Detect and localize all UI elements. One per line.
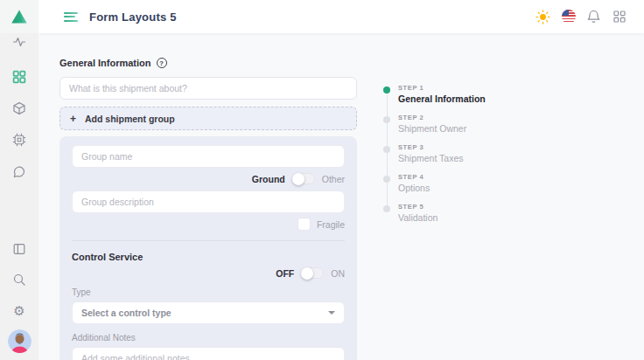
sun-icon [536,10,550,24]
step-label: STEP 2 [398,114,576,121]
sidebar-item-messages[interactable] [0,163,38,181]
step-label: STEP 4 [398,173,576,181]
sidebar-item-search[interactable] [0,271,38,288]
type-label: Type [72,287,345,297]
sidebar-item-settings[interactable]: ⚙ [0,301,38,319]
app-logo[interactable] [0,0,38,33]
step-label: STEP 1 [398,84,576,92]
help-icon[interactable]: ? [157,58,167,68]
toggle-on-label: ON [331,268,345,279]
step-dot [383,205,390,212]
stepper-step-5[interactable]: STEP 5 Validation [383,203,576,223]
shipment-group-card: Ground Other Fragile Control Service OFF… [60,136,357,360]
triangle-logo-icon [10,9,28,24]
group-description-input[interactable] [72,190,345,213]
step-title: Shipment Taxes [398,153,576,163]
toggle-right-label: Other [322,174,345,184]
chat-bubble-icon [12,165,26,179]
step-title: Shipment Owner [398,123,576,134]
main-content: General Information ? + Add shipment gro… [38,33,644,360]
notifications-button[interactable] [586,10,601,24]
sidebar-user-avatar[interactable] [0,329,38,353]
top-header: Form Layouts 5 [38,0,644,33]
sidebar: ⚙ [0,0,38,360]
stepper-step-2[interactable]: STEP 2 Shipment Owner [383,114,576,134]
step-dot [383,87,390,93]
wizard-stepper: STEP 1 General Information STEP 2 Shipme… [383,84,576,232]
form-column: General Information ? + Add shipment gro… [60,58,357,360]
step-title: Validation [398,212,576,223]
dashboard-grid-icon [12,70,26,84]
stepper-step-4[interactable]: STEP 4 Options [383,173,576,193]
control-type-select[interactable]: Select a control type [72,301,345,324]
search-icon [12,273,26,287]
theme-toggle-button[interactable] [536,10,550,24]
settings-gear-icon: ⚙ [13,304,24,317]
page-title: Form Layouts 5 [89,10,177,24]
ground-other-toggle[interactable] [292,173,315,184]
step-label: STEP 3 [398,143,576,151]
control-type-value: Select a control type [81,308,328,318]
add-shipment-group-button[interactable]: + Add shipment group [60,107,357,130]
language-selector-button[interactable] [561,10,576,24]
step-dot [383,116,390,123]
activity-icon [12,35,26,49]
control-service-title: Control Service [72,252,345,262]
stepper-step-1[interactable]: STEP 1 General Information [383,84,576,104]
toggle-off-label: OFF [276,268,294,279]
section-title: General Information [60,58,151,68]
shipment-about-input[interactable] [60,77,357,100]
sidebar-item-components[interactable] [0,131,38,149]
toggle-left-label: Ground [252,174,285,184]
section-divider [72,240,345,241]
sidebar-item-dashboard[interactable] [0,68,38,86]
apps-grid-icon [613,10,626,23]
step-title: General Information [398,93,576,104]
stepper-step-3[interactable]: STEP 3 Shipment Taxes [383,143,576,163]
additional-notes-input[interactable] [72,347,345,360]
package-box-icon [12,101,26,115]
plus-icon: + [70,114,76,124]
step-dot [383,146,390,153]
menu-toggle-icon[interactable] [64,12,78,22]
notes-label: Additional Notes [72,333,345,343]
sidebar-item-layout[interactable] [0,240,38,258]
fragile-checkbox[interactable] [298,218,310,230]
step-label: STEP 5 [398,203,576,211]
chevron-down-icon [328,311,335,315]
bell-icon [587,10,600,24]
control-service-toggle[interactable] [301,267,324,279]
sidebar-item-packages[interactable] [0,100,38,117]
fragile-label: Fragile [317,219,345,230]
us-flag-icon [562,10,576,24]
add-group-label: Add shipment group [85,114,175,124]
step-title: Options [398,183,576,193]
apps-menu-button[interactable] [612,10,626,24]
layout-panel-icon [12,242,26,256]
step-dot [383,176,390,183]
group-name-input[interactable] [72,145,345,168]
avatar-image [8,329,32,353]
sidebar-item-activity[interactable] [0,33,38,51]
cpu-chip-icon [12,133,26,147]
